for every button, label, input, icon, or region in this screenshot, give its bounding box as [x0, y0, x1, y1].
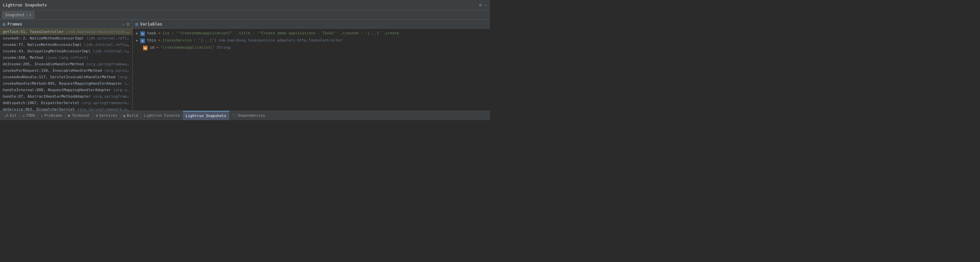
frame-item[interactable]: invokeForRequest:150, InvocableHandlerMe… [0, 67, 132, 74]
frame-item[interactable]: handleInternal:808, RequestMappingHandle… [0, 87, 132, 93]
status-bar-item-build[interactable]: ▲Build [121, 111, 141, 120]
status-bar-item-todo[interactable]: ☑TODO [20, 111, 38, 120]
frame-method: handleInternal:808, RequestMappingHandle… [3, 88, 111, 92]
frame-item[interactable]: doDispatch:1067, DispatcherServlet (org.… [0, 100, 132, 106]
var-type: String [217, 45, 231, 50]
frame-method: doDispatch:1067, DispatcherServlet [3, 101, 79, 105]
var-type-icon: ● [143, 46, 148, 50]
frame-item[interactable]: doInvoke:205, InvocableHandlerMethod (or… [0, 61, 132, 67]
status-label: Dependencies [238, 113, 265, 118]
status-bar-item-lightrun-console[interactable]: Lightrun Console [141, 111, 183, 120]
var-name: this [147, 38, 156, 43]
frame-method: getTask:51, TasksController [3, 30, 64, 34]
status-label: Lightrun Console [144, 113, 180, 118]
frame-class: (org.springframework.web.method.support) [104, 68, 132, 73]
variable-list: ▶≡task = {id : '"createdemoapplication1"… [133, 29, 490, 111]
var-type-icon: ≡ [140, 31, 145, 36]
frame-class: (org.springframework.web.servlet.mvc.met… [113, 88, 132, 92]
frame-list: getTask:51, TasksController (com.baeldun… [0, 29, 132, 111]
variable-item[interactable]: ▶≡task = {id : '"createdemoapplication1"… [133, 30, 490, 37]
var-name: task [147, 31, 156, 35]
status-icon: ☑ [22, 113, 25, 118]
variable-item[interactable]: ●id = "createdemoapplication1" String [133, 44, 490, 51]
var-equals: = [158, 31, 161, 35]
frame-method: invoke:568, Method [3, 56, 43, 60]
variables-icon: ▤ [135, 21, 138, 27]
minimize-icon[interactable]: — [485, 2, 487, 8]
frames-icon: ▤ [3, 21, 5, 27]
status-bar-item-lightrun-snapshots[interactable]: Lightrun Snapshots [183, 111, 229, 120]
frame-item[interactable]: handle:87, AbstractHandlerMethodAdapter … [0, 93, 132, 100]
frame-class: (jdk.internal.reflect) [93, 49, 132, 53]
header-icons: ⚙ — [479, 2, 487, 8]
frame-method: invokeAndHandle:117, ServletInvocableHan… [3, 75, 115, 79]
var-equals: = [158, 38, 161, 43]
status-label: Git [10, 113, 17, 118]
frame-class: (java.lang.reflect) [46, 56, 89, 60]
frame-item[interactable]: doService:963, DispatcherServlet (org.sp… [0, 106, 132, 111]
frame-item[interactable]: invoke0:-2, NativeMethodAccessorImpl (jd… [0, 35, 132, 41]
status-label: Lightrun Snapshots [186, 114, 226, 118]
tab-label: Snapshot [5, 13, 25, 17]
frames-panel: ▤ Frames ↗ ⧉ getTask:51, TasksController… [0, 20, 133, 111]
var-name: id [150, 45, 154, 50]
status-label: Services [99, 113, 118, 118]
frame-method: doInvoke:205, InvocableHandlerMethod [3, 62, 84, 66]
frame-class: (org.springframework.web.servlet.mvc.met… [93, 94, 132, 98]
var-equals: = [156, 45, 159, 50]
status-bar: ⎇Git☑TODO⚠Problems▶Terminal⚙Services▲Bui… [0, 111, 490, 120]
settings-icon[interactable]: ⚙ [479, 2, 482, 8]
var-type: com.baeldung.tasksservice.adapters.http.… [218, 38, 342, 43]
status-label: Build [127, 113, 138, 118]
status-icon: ⚙ [95, 113, 98, 118]
tab-close-button[interactable]: × [26, 13, 28, 17]
status-bar-item-git[interactable]: ⎇Git [2, 111, 19, 120]
frames-panel-title: ▤ Frames [3, 21, 22, 27]
frame-method: invokeForRequest:150, InvocableHandlerMe… [3, 68, 102, 73]
frames-title-text: Frames [8, 22, 22, 27]
frame-class: (jdk.internal.reflect) [84, 43, 132, 47]
frame-method: invoke0:-2, NativeMethodAccessorImpl [3, 36, 84, 40]
var-value: {id : '"createdemoapplication1"' ,title … [162, 31, 399, 35]
tab-bar: Snapshot × ℹ [0, 10, 490, 20]
frame-item[interactable]: getTask:51, TasksController (com.baeldun… [0, 29, 132, 35]
status-icon: ⎇ [4, 113, 8, 118]
frame-item[interactable]: invokeAndHandle:117, ServletInvocableHan… [0, 74, 132, 80]
header-title: Lightrun Snapshots [3, 3, 47, 8]
frame-class: (com.baeldung.tasksservice.adapters.http… [66, 30, 132, 34]
variables-title-text: Variables [140, 22, 162, 27]
var-type-icon: ≡ [140, 38, 145, 43]
variable-item[interactable]: ▶≡this = {tasksService : '[...]'} com.ba… [133, 37, 490, 44]
status-bar-item-services[interactable]: ⚙Services [93, 111, 120, 120]
frames-export-button[interactable]: ↗ [122, 22, 124, 27]
main-content: ▤ Frames ↗ ⧉ getTask:51, TasksController… [0, 20, 490, 111]
var-expand-arrow[interactable]: ▶ [136, 38, 138, 42]
status-label: Terminal [72, 113, 90, 118]
frame-method: invokeHandlerMethod:895, RequestMappingH… [3, 81, 122, 86]
frame-item[interactable]: invoke:77, NativeMethodAccessorImpl (jdk… [0, 41, 132, 48]
status-icon: ▶ [68, 113, 71, 118]
var-value: "createdemoapplication1" [161, 45, 215, 50]
frames-copy-button[interactable]: ⧉ [127, 22, 130, 27]
tab-info-icon[interactable]: ℹ [30, 13, 31, 17]
snapshot-tab[interactable]: Snapshot × ℹ [2, 11, 34, 19]
status-icon: ▲ [123, 113, 126, 118]
var-expand-arrow[interactable]: ▶ [136, 31, 138, 35]
status-bar-item-terminal[interactable]: ▶Terminal [66, 111, 93, 120]
status-bar-item-dependencies[interactable]: ⬛Dependencies [229, 111, 268, 120]
frame-class: (org.springframework.web.servlet.mvc.met… [118, 75, 132, 79]
variables-panel: ▤ Variables ▶≡task = {id : '"createdemoa… [133, 20, 490, 111]
frame-method: invoke:77, NativeMethodAccessorImpl [3, 43, 82, 47]
frame-item[interactable]: invokeHandlerMethod:895, RequestMappingH… [0, 80, 132, 87]
frame-item[interactable]: invoke:568, Method (java.lang.reflect) [0, 54, 132, 61]
frame-method: invoke:43, DelegatingMethodAccessorImpl [3, 49, 91, 53]
status-bar-item-problems[interactable]: ⚠Problems [38, 111, 65, 120]
frame-class: (org.springframework.web.servlet.mvc.met… [124, 81, 132, 86]
variables-panel-header: ▤ Variables [133, 20, 490, 29]
status-label: Problems [45, 113, 63, 118]
var-value: {tasksService : '[...]'} [162, 38, 216, 43]
frame-class: (jdk.internal.reflect) [86, 36, 132, 40]
frame-item[interactable]: invoke:43, DelegatingMethodAccessorImpl … [0, 48, 132, 54]
header-bar: Lightrun Snapshots ⚙ — [0, 0, 490, 10]
status-icon: ⬛ [232, 113, 237, 118]
